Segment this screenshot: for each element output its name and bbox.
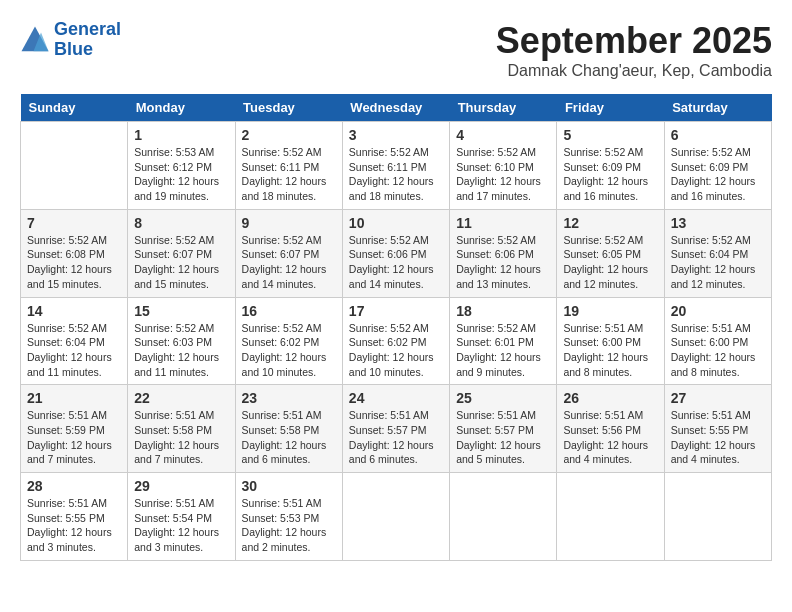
day-info: Sunrise: 5:52 AM Sunset: 6:09 PM Dayligh… [563, 145, 657, 204]
day-number: 20 [671, 303, 765, 319]
calendar-cell: 1Sunrise: 5:53 AM Sunset: 6:12 PM Daylig… [128, 122, 235, 210]
calendar-cell: 16Sunrise: 5:52 AM Sunset: 6:02 PM Dayli… [235, 297, 342, 385]
day-info: Sunrise: 5:52 AM Sunset: 6:05 PM Dayligh… [563, 233, 657, 292]
calendar-cell: 9Sunrise: 5:52 AM Sunset: 6:07 PM Daylig… [235, 209, 342, 297]
day-info: Sunrise: 5:51 AM Sunset: 5:56 PM Dayligh… [563, 408, 657, 467]
day-info: Sunrise: 5:52 AM Sunset: 6:10 PM Dayligh… [456, 145, 550, 204]
calendar-cell: 27Sunrise: 5:51 AM Sunset: 5:55 PM Dayli… [664, 385, 771, 473]
calendar-week-row: 7Sunrise: 5:52 AM Sunset: 6:08 PM Daylig… [21, 209, 772, 297]
month-title: September 2025 [496, 20, 772, 62]
calendar-week-row: 28Sunrise: 5:51 AM Sunset: 5:55 PM Dayli… [21, 473, 772, 561]
logo-line2: Blue [54, 40, 121, 60]
day-number: 15 [134, 303, 228, 319]
day-info: Sunrise: 5:52 AM Sunset: 6:07 PM Dayligh… [134, 233, 228, 292]
day-number: 5 [563, 127, 657, 143]
day-number: 22 [134, 390, 228, 406]
calendar-cell: 14Sunrise: 5:52 AM Sunset: 6:04 PM Dayli… [21, 297, 128, 385]
day-number: 24 [349, 390, 443, 406]
calendar-cell: 2Sunrise: 5:52 AM Sunset: 6:11 PM Daylig… [235, 122, 342, 210]
calendar-cell: 13Sunrise: 5:52 AM Sunset: 6:04 PM Dayli… [664, 209, 771, 297]
calendar-cell: 20Sunrise: 5:51 AM Sunset: 6:00 PM Dayli… [664, 297, 771, 385]
day-number: 21 [27, 390, 121, 406]
calendar-week-row: 21Sunrise: 5:51 AM Sunset: 5:59 PM Dayli… [21, 385, 772, 473]
day-number: 25 [456, 390, 550, 406]
calendar-cell: 18Sunrise: 5:52 AM Sunset: 6:01 PM Dayli… [450, 297, 557, 385]
day-info: Sunrise: 5:51 AM Sunset: 5:55 PM Dayligh… [27, 496, 121, 555]
calendar-cell: 7Sunrise: 5:52 AM Sunset: 6:08 PM Daylig… [21, 209, 128, 297]
logo-text: General Blue [54, 20, 121, 60]
day-info: Sunrise: 5:51 AM Sunset: 5:57 PM Dayligh… [456, 408, 550, 467]
day-info: Sunrise: 5:51 AM Sunset: 6:00 PM Dayligh… [563, 321, 657, 380]
day-info: Sunrise: 5:52 AM Sunset: 6:02 PM Dayligh… [349, 321, 443, 380]
day-info: Sunrise: 5:51 AM Sunset: 5:57 PM Dayligh… [349, 408, 443, 467]
day-number: 7 [27, 215, 121, 231]
day-info: Sunrise: 5:52 AM Sunset: 6:02 PM Dayligh… [242, 321, 336, 380]
calendar-cell: 28Sunrise: 5:51 AM Sunset: 5:55 PM Dayli… [21, 473, 128, 561]
calendar-cell: 4Sunrise: 5:52 AM Sunset: 6:10 PM Daylig… [450, 122, 557, 210]
day-number: 8 [134, 215, 228, 231]
calendar-cell [342, 473, 449, 561]
day-number: 11 [456, 215, 550, 231]
day-info: Sunrise: 5:51 AM Sunset: 6:00 PM Dayligh… [671, 321, 765, 380]
day-number: 18 [456, 303, 550, 319]
weekday-header-tuesday: Tuesday [235, 94, 342, 122]
calendar-cell: 30Sunrise: 5:51 AM Sunset: 5:53 PM Dayli… [235, 473, 342, 561]
calendar-cell: 17Sunrise: 5:52 AM Sunset: 6:02 PM Dayli… [342, 297, 449, 385]
calendar-cell: 15Sunrise: 5:52 AM Sunset: 6:03 PM Dayli… [128, 297, 235, 385]
day-number: 19 [563, 303, 657, 319]
day-info: Sunrise: 5:52 AM Sunset: 6:09 PM Dayligh… [671, 145, 765, 204]
calendar-cell: 26Sunrise: 5:51 AM Sunset: 5:56 PM Dayli… [557, 385, 664, 473]
day-info: Sunrise: 5:51 AM Sunset: 5:58 PM Dayligh… [242, 408, 336, 467]
day-number: 4 [456, 127, 550, 143]
calendar-cell: 25Sunrise: 5:51 AM Sunset: 5:57 PM Dayli… [450, 385, 557, 473]
weekday-header-saturday: Saturday [664, 94, 771, 122]
day-number: 14 [27, 303, 121, 319]
day-info: Sunrise: 5:52 AM Sunset: 6:07 PM Dayligh… [242, 233, 336, 292]
day-number: 26 [563, 390, 657, 406]
calendar-cell: 19Sunrise: 5:51 AM Sunset: 6:00 PM Dayli… [557, 297, 664, 385]
day-info: Sunrise: 5:52 AM Sunset: 6:03 PM Dayligh… [134, 321, 228, 380]
location-subtitle: Damnak Chang'aeur, Kep, Cambodia [496, 62, 772, 80]
calendar-cell: 5Sunrise: 5:52 AM Sunset: 6:09 PM Daylig… [557, 122, 664, 210]
calendar-cell [21, 122, 128, 210]
logo: General Blue [20, 20, 121, 60]
day-info: Sunrise: 5:52 AM Sunset: 6:01 PM Dayligh… [456, 321, 550, 380]
calendar-cell [557, 473, 664, 561]
day-number: 23 [242, 390, 336, 406]
weekday-header-friday: Friday [557, 94, 664, 122]
calendar-cell [664, 473, 771, 561]
day-info: Sunrise: 5:51 AM Sunset: 5:58 PM Dayligh… [134, 408, 228, 467]
weekday-header-sunday: Sunday [21, 94, 128, 122]
day-info: Sunrise: 5:53 AM Sunset: 6:12 PM Dayligh… [134, 145, 228, 204]
day-info: Sunrise: 5:52 AM Sunset: 6:11 PM Dayligh… [242, 145, 336, 204]
calendar-cell [450, 473, 557, 561]
calendar-cell: 11Sunrise: 5:52 AM Sunset: 6:06 PM Dayli… [450, 209, 557, 297]
day-number: 1 [134, 127, 228, 143]
day-number: 10 [349, 215, 443, 231]
calendar-cell: 21Sunrise: 5:51 AM Sunset: 5:59 PM Dayli… [21, 385, 128, 473]
weekday-header-row: SundayMondayTuesdayWednesdayThursdayFrid… [21, 94, 772, 122]
calendar-cell: 10Sunrise: 5:52 AM Sunset: 6:06 PM Dayli… [342, 209, 449, 297]
logo-line1: General [54, 20, 121, 40]
weekday-header-thursday: Thursday [450, 94, 557, 122]
day-number: 17 [349, 303, 443, 319]
calendar-cell: 24Sunrise: 5:51 AM Sunset: 5:57 PM Dayli… [342, 385, 449, 473]
day-number: 12 [563, 215, 657, 231]
day-number: 16 [242, 303, 336, 319]
day-info: Sunrise: 5:51 AM Sunset: 5:54 PM Dayligh… [134, 496, 228, 555]
day-info: Sunrise: 5:52 AM Sunset: 6:06 PM Dayligh… [456, 233, 550, 292]
day-info: Sunrise: 5:52 AM Sunset: 6:04 PM Dayligh… [671, 233, 765, 292]
day-info: Sunrise: 5:51 AM Sunset: 5:55 PM Dayligh… [671, 408, 765, 467]
day-number: 13 [671, 215, 765, 231]
day-info: Sunrise: 5:51 AM Sunset: 5:53 PM Dayligh… [242, 496, 336, 555]
calendar-cell: 6Sunrise: 5:52 AM Sunset: 6:09 PM Daylig… [664, 122, 771, 210]
calendar-week-row: 1Sunrise: 5:53 AM Sunset: 6:12 PM Daylig… [21, 122, 772, 210]
logo-icon [20, 25, 50, 55]
day-number: 9 [242, 215, 336, 231]
day-number: 29 [134, 478, 228, 494]
weekday-header-monday: Monday [128, 94, 235, 122]
calendar-cell: 22Sunrise: 5:51 AM Sunset: 5:58 PM Dayli… [128, 385, 235, 473]
calendar-cell: 29Sunrise: 5:51 AM Sunset: 5:54 PM Dayli… [128, 473, 235, 561]
title-section: September 2025 Damnak Chang'aeur, Kep, C… [496, 20, 772, 80]
calendar-cell: 23Sunrise: 5:51 AM Sunset: 5:58 PM Dayli… [235, 385, 342, 473]
